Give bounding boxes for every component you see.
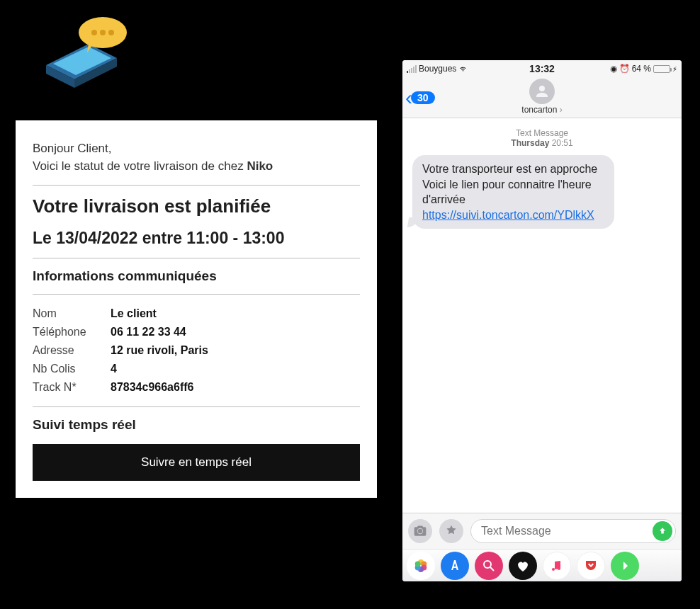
status-title: Votre livraison est planifiée bbox=[33, 195, 360, 217]
contact-header[interactable]: toncarton › bbox=[402, 79, 682, 115]
incoming-message-bubble[interactable]: Votre transporteur est en approche Voici… bbox=[412, 155, 614, 229]
timestamp-day: Thursday bbox=[511, 138, 549, 148]
greeting-line1: Bonjour Client, bbox=[33, 142, 112, 155]
divider bbox=[33, 185, 360, 186]
appstore-app-icon[interactable] bbox=[441, 552, 469, 580]
timestamp-time: 20:51 bbox=[552, 138, 573, 148]
address-value: 12 rue rivoli, Paris bbox=[111, 341, 360, 360]
svg-point-14 bbox=[415, 561, 421, 567]
message-timestamp: Text Message Thursday 20:51 bbox=[412, 128, 672, 148]
track-value: 87834c966a6ff6 bbox=[111, 378, 360, 397]
more-app-icon[interactable] bbox=[611, 552, 639, 580]
charging-icon: ⚡︎ bbox=[672, 65, 677, 73]
table-row: Adresse 12 rue rivoli, Paris bbox=[33, 341, 360, 360]
track-label: Track N* bbox=[33, 378, 111, 397]
message-text-1: Votre transporteur est en approche bbox=[422, 163, 597, 175]
message-thread[interactable]: Text Message Thursday 20:51 Votre transp… bbox=[402, 118, 682, 513]
name-value: Le client bbox=[111, 304, 360, 323]
parcels-label: Nb Colis bbox=[33, 360, 111, 378]
chevron-right-icon: › bbox=[560, 105, 563, 115]
parcels-value: 4 bbox=[111, 360, 360, 378]
avatar-icon bbox=[529, 79, 555, 104]
battery-pct: 64 % bbox=[632, 64, 651, 74]
divider bbox=[33, 294, 360, 295]
dnd-icon: ◉ bbox=[610, 64, 617, 74]
svg-point-15 bbox=[484, 561, 491, 568]
message-composer bbox=[402, 513, 682, 549]
music-app-icon[interactable] bbox=[543, 552, 571, 580]
brand-name: Niko bbox=[247, 159, 273, 173]
svg-point-6 bbox=[91, 30, 97, 35]
pocket-app-icon[interactable] bbox=[577, 552, 605, 580]
svg-point-7 bbox=[100, 30, 106, 35]
appstore-icon[interactable] bbox=[439, 519, 463, 543]
table-row: Nb Colis 4 bbox=[33, 360, 360, 378]
carrier-label: Bouygues bbox=[419, 64, 456, 74]
table-row: Téléphone 06 11 22 33 44 bbox=[33, 323, 360, 341]
name-label: Nom bbox=[33, 304, 111, 323]
photos-app-icon[interactable] bbox=[407, 552, 435, 580]
signal-icon bbox=[407, 65, 417, 73]
contact-name: toncarton bbox=[521, 105, 557, 115]
battery-icon bbox=[653, 65, 670, 73]
greeting-line2-prefix: Voici le statut de votre livraison de ch… bbox=[33, 159, 247, 173]
address-label: Adresse bbox=[33, 341, 111, 360]
table-row: Nom Le client bbox=[33, 304, 360, 323]
realtime-heading: Suivi temps réel bbox=[33, 417, 360, 433]
info-table: Nom Le client Téléphone 06 11 22 33 44 A… bbox=[33, 304, 360, 397]
iphone-messages-mockup: Bouygues 13:32 ◉ ⏰ 64 % ⚡︎ ‹ 30 toncarto… bbox=[402, 60, 682, 581]
track-realtime-button[interactable]: Suivre en temps réel bbox=[33, 444, 360, 481]
info-heading: Informations communiquées bbox=[33, 268, 360, 284]
imessage-app-strip[interactable] bbox=[402, 549, 682, 581]
send-button[interactable] bbox=[653, 521, 672, 541]
decorative-sms-icon bbox=[39, 8, 138, 93]
schedule-line: Le 13/04/2022 entre 11:00 - 13:00 bbox=[33, 229, 360, 248]
greeting: Bonjour Client, Voici le statut de votre… bbox=[33, 140, 360, 175]
table-row: Track N* 87834c966a6ff6 bbox=[33, 378, 360, 397]
svg-point-8 bbox=[108, 30, 114, 35]
phone-label: Téléphone bbox=[33, 323, 111, 341]
wifi-icon bbox=[458, 63, 468, 74]
message-text-2: Voici le lien pour connaitre l'heure d'a… bbox=[422, 178, 592, 206]
divider bbox=[33, 258, 360, 258]
delivery-notification-card: Bonjour Client, Voici le statut de votre… bbox=[16, 120, 377, 498]
alarm-icon: ⏰ bbox=[619, 64, 630, 74]
timestamp-label: Text Message bbox=[516, 128, 568, 138]
divider bbox=[33, 406, 360, 407]
message-input-wrapper[interactable] bbox=[470, 519, 676, 543]
message-input[interactable] bbox=[481, 525, 650, 537]
phone-value: 06 11 22 33 44 bbox=[111, 323, 360, 341]
camera-icon[interactable] bbox=[408, 519, 432, 543]
heart-app-icon[interactable] bbox=[509, 552, 537, 580]
search-app-icon[interactable] bbox=[475, 552, 503, 580]
svg-line-16 bbox=[490, 567, 494, 571]
status-bar: Bouygues 13:32 ◉ ⏰ 64 % ⚡︎ bbox=[402, 60, 682, 77]
nav-bar: ‹ 30 toncarton › bbox=[402, 77, 682, 118]
message-link[interactable]: https://suivi.toncarton.com/YDlkkX bbox=[422, 209, 594, 221]
